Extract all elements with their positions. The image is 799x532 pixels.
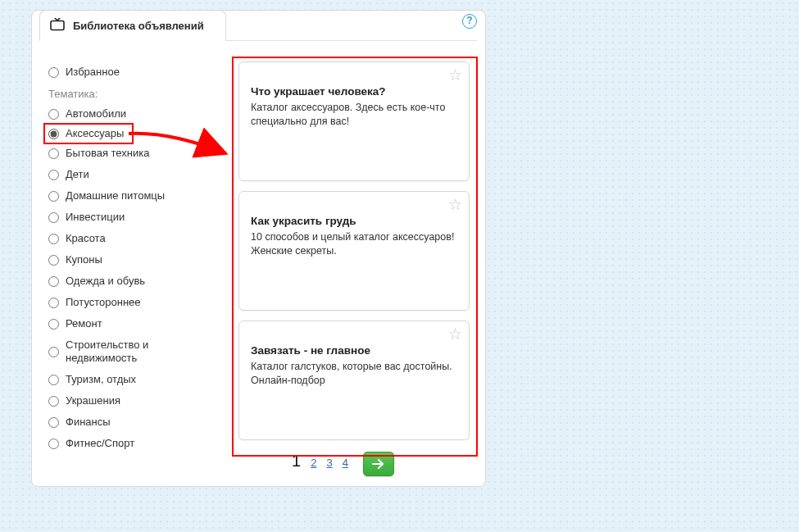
- sidebar-item-label: Домашние питомцы: [66, 189, 165, 202]
- sidebar-item[interactable]: Бытовая техника: [47, 143, 194, 164]
- tv-icon: [50, 18, 65, 34]
- sidebar-item-label: Дети: [66, 168, 89, 181]
- sidebar-item[interactable]: Красота: [47, 228, 194, 249]
- sidebar-item[interactable]: Одежда и обувь: [47, 271, 194, 292]
- sidebar-section-heading: Тематика:: [47, 83, 194, 103]
- radio-favorite[interactable]: [48, 67, 59, 78]
- radio-category[interactable]: [48, 276, 59, 287]
- sidebar-item-label: Красота: [66, 232, 106, 245]
- sidebar-item-label: Строительство и недвижимость: [66, 339, 194, 365]
- sidebar-item[interactable]: Строительство и недвижимость: [47, 334, 194, 369]
- pagination: 1234: [214, 452, 477, 476]
- radio-category[interactable]: [48, 439, 59, 449]
- radio-category[interactable]: [48, 417, 59, 428]
- sidebar-item-label: Фитнес/Спорт: [66, 437, 134, 450]
- sidebar-item-label: Избранное: [66, 66, 120, 79]
- ad-card[interactable]: ☆Завязать - не главноеКаталог галстуков,…: [238, 321, 470, 440]
- star-icon[interactable]: ☆: [448, 67, 462, 83]
- sidebar-item[interactable]: Инвестиции: [47, 207, 194, 228]
- radio-category[interactable]: [48, 347, 59, 357]
- help-icon[interactable]: ?: [462, 14, 477, 29]
- sidebar-item-label: Автомобили: [66, 107, 126, 120]
- tab-ad-library[interactable]: Библиотека объявлений: [39, 10, 226, 41]
- page-link[interactable]: 2: [311, 457, 316, 469]
- sidebar-item[interactable]: Ремонт: [47, 313, 194, 334]
- radio-category[interactable]: [48, 298, 59, 308]
- radio-category[interactable]: [48, 212, 59, 223]
- radio-category[interactable]: [48, 148, 59, 159]
- sidebar-item-label: Ремонт: [66, 317, 102, 330]
- star-icon[interactable]: ☆: [448, 197, 462, 212]
- sidebar-item-label: Купоны: [66, 253, 102, 266]
- ad-card-title: Завязать - не главное: [251, 344, 457, 357]
- tab-title: Библиотека объявлений: [73, 20, 204, 32]
- sidebar-item-label: Финансы: [66, 416, 111, 429]
- ad-card-desc: Каталог аксессуаров. Здесь есть кое-что …: [251, 101, 457, 129]
- sidebar-item-favorite[interactable]: Избранное: [47, 61, 194, 83]
- sidebar-item[interactable]: Туризм, отдых: [47, 369, 194, 390]
- next-page-button[interactable]: [363, 452, 394, 476]
- radio-category[interactable]: [48, 109, 59, 120]
- ad-card-title: Как украсить грудь: [251, 215, 457, 227]
- sidebar-item[interactable]: Украшения: [47, 390, 194, 412]
- radio-category[interactable]: [48, 129, 59, 139]
- ad-card[interactable]: ☆Как украсить грудь10 способов и целый к…: [238, 191, 470, 311]
- sidebar-item[interactable]: Дети: [47, 164, 194, 185]
- sidebar-item[interactable]: Автомобили: [47, 103, 194, 125]
- radio-category[interactable]: [48, 234, 59, 244]
- sidebar-item-label: Инвестиции: [66, 211, 125, 224]
- radio-category[interactable]: [48, 255, 59, 266]
- svg-rect-0: [51, 20, 64, 30]
- sidebar-item-label: Одежда и обувь: [66, 275, 145, 288]
- sidebar-item[interactable]: Аксессуары: [43, 123, 134, 144]
- ad-card-title: Что украшает человека?: [251, 85, 457, 98]
- radio-category[interactable]: [48, 191, 59, 202]
- ad-card-desc: Каталог галстуков, которые вас достойны.…: [251, 360, 457, 388]
- sidebar-item[interactable]: Финансы: [47, 412, 194, 433]
- radio-category[interactable]: [48, 375, 59, 385]
- sidebar-item-label: Украшения: [66, 394, 120, 407]
- radio-category[interactable]: [48, 319, 59, 330]
- ad-card[interactable]: ☆Что украшает человека?Каталог аксессуар…: [238, 61, 470, 181]
- sidebar-item[interactable]: Домашние питомцы: [47, 185, 194, 207]
- radio-category[interactable]: [48, 170, 59, 180]
- page-link[interactable]: 3: [326, 457, 332, 469]
- sidebar-item[interactable]: Купоны: [47, 249, 194, 271]
- page-link: 1: [292, 452, 301, 471]
- sidebar-item-label: Туризм, отдых: [66, 373, 136, 386]
- sidebar-item-label: Потустороннее: [66, 296, 141, 309]
- sidebar-item[interactable]: Фитнес/Спорт: [47, 433, 194, 454]
- sidebar-item-label: Бытовая техника: [66, 147, 149, 160]
- sidebar-item-label: Аксессуары: [66, 127, 124, 140]
- star-icon[interactable]: ☆: [448, 326, 462, 342]
- radio-category[interactable]: [48, 396, 59, 407]
- page-link[interactable]: 4: [343, 457, 348, 469]
- category-sidebar: Избранное Тематика: АвтомобилиАксессуары…: [40, 61, 194, 476]
- content-area: ☆Что украшает человека?Каталог аксессуар…: [194, 61, 477, 476]
- sidebar-item[interactable]: Потустороннее: [47, 292, 194, 313]
- ad-library-panel: Библиотека объявлений ? Избранное Темати…: [31, 10, 486, 487]
- ad-card-desc: 10 способов и целый каталог аксессуаров!…: [251, 230, 457, 258]
- panel-header: Библиотека объявлений ?: [40, 11, 477, 43]
